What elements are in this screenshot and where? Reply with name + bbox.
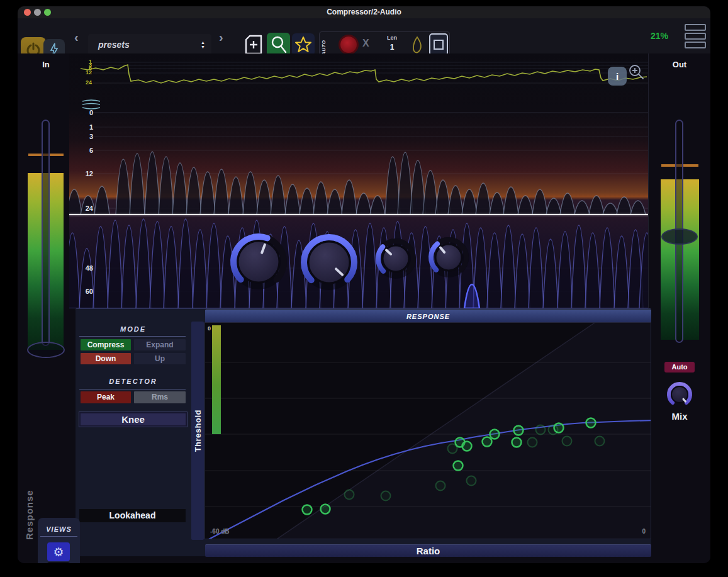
settings-view-button[interactable]: ⚙	[47, 542, 70, 561]
threshold-knob[interactable]	[233, 237, 284, 287]
knee-waves-icon[interactable]	[81, 99, 102, 111]
tab-response[interactable]: Response	[24, 477, 35, 540]
cpu-meter: 21%	[648, 26, 671, 46]
divider	[79, 336, 186, 337]
input-fader-track[interactable]	[42, 120, 50, 346]
output-auto-toggle[interactable]: Auto	[664, 362, 695, 373]
attack-knob[interactable]	[378, 241, 413, 276]
io-view-button[interactable]: →]	[47, 562, 70, 563]
spectrum-and-knobs-canvas	[69, 53, 648, 308]
lookahead-button[interactable]: Lookahead	[79, 509, 186, 522]
output-meter-label: Out	[664, 60, 695, 69]
mode-compress-button[interactable]: Compress	[81, 339, 131, 350]
spinner-down-icon: ▼	[201, 45, 205, 49]
main-display: 1361224 013612244860	[69, 53, 648, 308]
len-label: Len	[381, 35, 403, 41]
plugin-window: Compressor/2-Audio ‹ presets ▲ ▼ ›	[18, 6, 710, 563]
divider	[79, 389, 186, 389]
loop-shape-button[interactable]	[408, 34, 427, 56]
loop-icon	[410, 36, 424, 55]
input-meter-label: In	[30, 60, 62, 69]
titlebar: Compressor/2-Audio	[18, 6, 710, 18]
menu-button[interactable]	[685, 24, 706, 48]
preset-name: presets	[98, 40, 201, 50]
graph-max-label: 0	[642, 528, 646, 535]
star-icon	[294, 35, 313, 54]
bottom-panel: MODE Compress Expand Down Up DETECTOR Pe…	[76, 308, 651, 556]
response-header: RESPONSE	[205, 310, 651, 323]
search-icon	[270, 35, 288, 54]
detector-peak-button[interactable]: Peak	[81, 391, 131, 403]
add-file-icon	[244, 34, 263, 55]
menu-icon	[685, 24, 706, 31]
level-scale: 013612244860	[69, 53, 93, 308]
views-header: VIEWS	[38, 525, 80, 533]
zoom-in-icon[interactable]	[629, 64, 645, 81]
toolbar: ‹ presets ▲ ▼ ›	[18, 18, 710, 53]
detector-rms-button[interactable]: Rms	[134, 391, 186, 403]
record-automation-button[interactable]	[339, 35, 359, 55]
response-graph[interactable]: 0 -60 dB 0	[204, 322, 651, 539]
len-control[interactable]: Len 1	[381, 35, 403, 52]
divider	[648, 53, 649, 308]
divider	[40, 536, 77, 537]
gear-icon: ⚙	[53, 545, 64, 559]
threshold-axis: Threshold	[191, 322, 204, 540]
mode-header: MODE	[80, 325, 186, 333]
mix-knob-label: Mix	[661, 411, 698, 422]
detector-header: DETECTOR	[80, 378, 186, 385]
preset-prev-button[interactable]: ‹	[74, 31, 79, 43]
window-icon	[434, 40, 444, 50]
len-value: 1	[381, 43, 403, 52]
response-graph-canvas	[205, 323, 651, 539]
ratio-knob[interactable]	[304, 237, 354, 288]
graph-min-label: -60 dB	[210, 528, 230, 535]
window-mode-button[interactable]	[429, 33, 448, 56]
mode-up-button[interactable]: Up	[134, 353, 186, 364]
output-fader-handle[interactable]	[661, 228, 698, 245]
main-content: In 1361224 013612244860 i	[18, 53, 710, 563]
window-title: Compressor/2-Audio	[18, 6, 710, 18]
preset-spinner[interactable]: ▲ ▼	[201, 40, 205, 49]
release-knob[interactable]	[431, 240, 466, 275]
mix-knob[interactable]	[664, 379, 695, 410]
ratio-axis[interactable]: Ratio	[205, 544, 651, 557]
knee-button[interactable]: Knee	[79, 412, 187, 427]
mode-expand-button[interactable]: Expand	[134, 339, 186, 350]
favorite-preset-button[interactable]	[292, 33, 315, 56]
auto-label: AUTO	[321, 35, 327, 55]
mode-down-button[interactable]: Down	[81, 353, 131, 364]
spinner-up-icon: ▲	[201, 40, 205, 45]
clear-automation-button[interactable]: X	[362, 38, 369, 49]
views-panel: VIEWS ⚙ →]	[38, 518, 80, 563]
preset-next-button[interactable]: ›	[219, 31, 223, 43]
input-fader-bulb	[27, 342, 65, 358]
preset-selector[interactable]: presets ▲ ▼	[88, 34, 211, 55]
graph-top-label: 0	[208, 325, 211, 332]
info-button[interactable]: i	[608, 67, 627, 86]
